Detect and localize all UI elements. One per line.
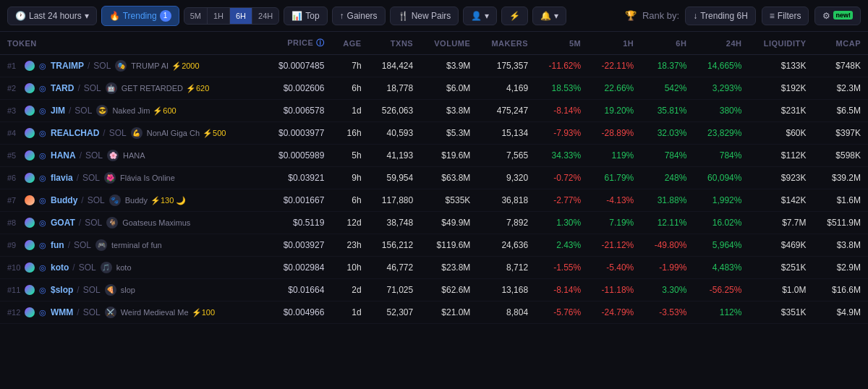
cell-age-6: 6h: [331, 189, 368, 212]
rank-by-label: Rank by:: [642, 10, 679, 21]
cell-liquidity-6: $142K: [749, 189, 813, 212]
bolt-filter-button[interactable]: ⚡: [501, 7, 528, 25]
token-logo: 🍕: [105, 284, 116, 296]
cell-price-7: $0.5119: [263, 212, 331, 234]
table-row[interactable]: #11 ◎ $slop / SOL 🍕 slop $0.01664 2d 71,…: [0, 279, 868, 302]
mute-button[interactable]: 🔔 ▾: [532, 7, 566, 25]
verified-icon: ◎: [38, 128, 48, 138]
cell-liquidity-9: $251K: [749, 257, 813, 279]
cell-liquidity-3: $60K: [749, 122, 813, 145]
col-makers: MAKERS: [477, 32, 535, 55]
token-logo: 🐾: [109, 194, 121, 206]
new-pairs-button[interactable]: 🍴 New Pairs: [390, 7, 459, 25]
filters-button[interactable]: ≡ Filters: [762, 7, 809, 25]
table-header: TOKEN PRICE ⓘ AGE TXNS VOLUME MAKERS 5M …: [0, 32, 868, 55]
chain-icon: [25, 173, 35, 183]
token-desc: koto: [116, 263, 132, 272]
token-name[interactable]: WMM: [51, 307, 73, 317]
token-desc: Buddy: [125, 196, 148, 205]
verified-icon: ◎: [38, 150, 48, 161]
token-name[interactable]: REALCHAD: [51, 128, 99, 138]
table-row[interactable]: #2 ◎ TARD / SOL 🤖 GET RETARDED ⚡620 $0.0…: [0, 77, 868, 100]
token-name[interactable]: $slop: [51, 285, 73, 295]
person-button[interactable]: 👤 ▾: [463, 7, 497, 25]
base-token: SOL: [83, 285, 101, 295]
token-name[interactable]: fun: [51, 240, 64, 250]
cell-makers-0: 175,357: [477, 55, 535, 77]
table-row[interactable]: #10 ◎ koto / SOL 🎵 koto $0.002984 10h 46…: [0, 257, 868, 279]
cell-age-7: 12d: [331, 212, 368, 234]
cell-txns-7: 38,748: [369, 212, 421, 234]
token-name[interactable]: HANA: [51, 150, 76, 161]
arrow-up-icon: ↑: [340, 11, 344, 21]
trending-label: Trending: [123, 11, 157, 21]
rank-number: #7: [7, 196, 22, 205]
chain-icon: [25, 195, 35, 205]
table-row[interactable]: #4 ◎ REALCHAD / SOL 💪 NonAl Giga Ch ⚡500…: [0, 122, 868, 145]
cell-1h-11: -24.79%: [588, 302, 641, 324]
rank-number: #2: [7, 84, 22, 93]
cell-price-5: $0.03921: [263, 167, 331, 189]
time-range-label: Last 24 hours: [29, 11, 82, 21]
cell-6h-6: 31.88%: [641, 189, 694, 212]
bolt-label: ⚡130 🌙: [150, 196, 186, 205]
cell-mcap-11: $4.9M: [814, 302, 868, 324]
cell-1h-0: -22.11%: [588, 55, 641, 77]
cell-24h-3: 23,829%: [694, 122, 749, 145]
token-name[interactable]: TRAIMP: [51, 61, 84, 71]
time-btn-5m[interactable]: 5M: [184, 8, 208, 24]
time-btn-1h[interactable]: 1H: [208, 8, 230, 24]
table-row[interactable]: #7 ◎ Buddy / SOL 🐾 Buddy ⚡130 🌙 $0.00166…: [0, 189, 868, 212]
table-row[interactable]: #8 ◎ GOAT / SOL 🐐 Goatseus Maximus $0.51…: [0, 212, 868, 234]
token-name[interactable]: Buddy: [51, 195, 77, 205]
table-row[interactable]: #12 ◎ WMM / SOL ⚔️ Weird Medieval Me ⚡10…: [0, 302, 868, 324]
col-24h: 24H: [694, 32, 749, 55]
cell-volume-3: $5.3M: [420, 122, 477, 145]
token-name[interactable]: TARD: [51, 83, 74, 93]
cell-txns-5: 59,954: [369, 167, 421, 189]
col-mcap: MCAP: [814, 32, 868, 55]
cell-token-10: #11 ◎ $slop / SOL 🍕 slop: [0, 279, 263, 302]
bolt-label: ⚡600: [153, 106, 176, 116]
top-label: Top: [305, 11, 319, 21]
cell-5m-6: -2.77%: [535, 189, 588, 212]
token-logo: 🎵: [101, 262, 112, 273]
cell-price-6: $0.001667: [263, 189, 331, 212]
trending-button[interactable]: 🔥 Trending 1: [101, 6, 179, 26]
chain-icon: [25, 150, 35, 161]
filters-label: Filters: [778, 11, 801, 21]
table-row[interactable]: #5 ◎ HANA / SOL 🌸 HANA $0.0005989 5h 41,…: [0, 145, 868, 167]
gear-icon: ⚙: [822, 11, 830, 21]
token-name[interactable]: koto: [51, 262, 69, 273]
rank-value-button[interactable]: ↓ Trending 6H: [685, 7, 756, 25]
table-row[interactable]: #6 ◎ flavia / SOL 🌺 Flávia Is Online $0.…: [0, 167, 868, 189]
bolt-label: ⚡620: [186, 84, 209, 93]
top-button[interactable]: 📊 Top: [284, 7, 327, 25]
time-range-button[interactable]: 🕐 Last 24 hours ▾: [7, 7, 97, 25]
time-btn-6h[interactable]: 6H: [230, 8, 252, 24]
cell-age-1: 6h: [331, 77, 368, 100]
cell-makers-5: 9,320: [477, 167, 535, 189]
table-row[interactable]: #1 ◎ TRAIMP / SOL 🎭 TRUMP AI ⚡2000 $0.00…: [0, 55, 868, 77]
chain-icon: [25, 285, 35, 295]
rank-number: #10: [7, 263, 22, 272]
chain-icon: [25, 61, 35, 71]
table-row[interactable]: #9 ◎ fun / SOL 🎮 terminal of fun $0.0039…: [0, 234, 868, 257]
cell-mcap-7: $511.9M: [814, 212, 868, 234]
base-token: SOL: [88, 195, 105, 205]
rank-number: #4: [7, 129, 22, 137]
cell-makers-4: 7,565: [477, 145, 535, 167]
col-liquidity: LIQUIDITY: [749, 32, 813, 55]
token-name[interactable]: JIM: [51, 106, 65, 116]
token-name[interactable]: flavia: [51, 173, 73, 183]
verified-icon: ◎: [38, 83, 48, 93]
token-name[interactable]: GOAT: [51, 218, 75, 228]
base-token: SOL: [75, 106, 92, 116]
gainers-button[interactable]: ↑ Gainers: [332, 7, 386, 25]
cell-volume-8: $119.6M: [420, 234, 477, 257]
time-btn-24h[interactable]: 24H: [252, 8, 278, 24]
cell-txns-0: 184,424: [369, 55, 421, 77]
table-row[interactable]: #3 ◎ JIM / SOL 😎 Naked Jim ⚡600 $0.00657…: [0, 100, 868, 122]
settings-button[interactable]: ⚙ new!: [814, 7, 861, 25]
cell-makers-9: 8,712: [477, 257, 535, 279]
